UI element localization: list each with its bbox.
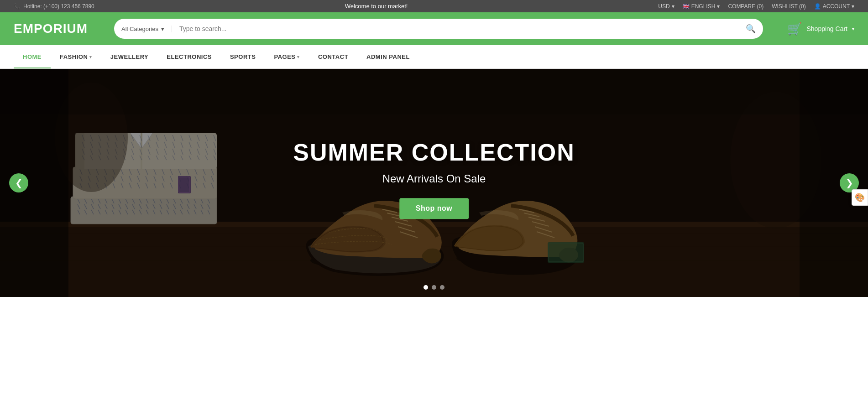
account-label: ACCOUNT: [823, 3, 850, 10]
cart-label: Shopping Cart: [806, 25, 847, 32]
slider-prev-button[interactable]: ❮: [9, 173, 28, 192]
language-arrow: ▾: [717, 3, 720, 10]
top-bar: 📞 Hotline: (+100) 123 456 7890 Welcome t…: [0, 0, 868, 12]
fashion-arrow: ▾: [89, 55, 92, 59]
palette-icon: 🎨: [855, 192, 865, 203]
nav-admin[interactable]: ADMIN PANEL: [357, 45, 419, 68]
hero-content: SUMMER COLLECTION New Arrivals On Sale S…: [293, 139, 575, 219]
search-icon: 🔍: [746, 24, 756, 33]
hero-slider: SUMMER COLLECTION New Arrivals On Sale S…: [0, 69, 868, 297]
compare-link[interactable]: COMPARE (0): [728, 3, 763, 10]
hero-subtitle: New Arrivals On Sale: [293, 172, 575, 185]
nav-contact[interactable]: CONTACT: [309, 45, 357, 68]
account-icon: 👤: [814, 3, 821, 10]
logo[interactable]: EMPORIUM: [14, 21, 105, 36]
color-picker-icon[interactable]: 🎨: [852, 189, 868, 206]
nav-bar: HOME FASHION ▾ JEWELLERY ELECTRONICS SPO…: [0, 45, 868, 69]
currency-selector[interactable]: USD ▾: [658, 3, 674, 10]
pages-arrow: ▾: [297, 55, 300, 59]
language-selector[interactable]: 🇬🇧 ENGLISH ▾: [683, 3, 720, 10]
cart-area[interactable]: 🛒 Shopping Cart ▾: [772, 22, 854, 36]
cart-arrow: ▾: [852, 26, 854, 31]
welcome-text: Welcome to our market!: [345, 3, 408, 10]
nav-home[interactable]: HOME: [14, 45, 51, 68]
header: EMPORIUM All Categories ▾ 🔍 🛒 Shopping C…: [0, 12, 868, 45]
language-label: ENGLISH: [691, 3, 716, 10]
cart-icon: 🛒: [787, 22, 802, 36]
flag-icon: 🇬🇧: [683, 3, 690, 10]
slide-dot-2[interactable]: [432, 285, 436, 290]
search-button[interactable]: 🔍: [738, 24, 763, 34]
slide-dot-1[interactable]: [424, 285, 428, 290]
slider-dots: [424, 285, 444, 290]
category-arrow: ▾: [161, 26, 164, 32]
hero-title: SUMMER COLLECTION: [293, 139, 575, 166]
nav-fashion[interactable]: FASHION ▾: [51, 45, 101, 68]
account-menu[interactable]: 👤 ACCOUNT ▾: [814, 3, 854, 10]
phone-icon: 📞: [14, 3, 21, 10]
hotline-text: Hotline: (+100) 123 456 7890: [23, 3, 94, 10]
search-bar: All Categories ▾ 🔍: [114, 19, 763, 39]
nav-sports[interactable]: SPORTS: [221, 45, 265, 68]
nav-electronics[interactable]: ELECTRONICS: [157, 45, 221, 68]
nav-pages[interactable]: PAGES ▾: [265, 45, 309, 68]
top-bar-actions: USD ▾ 🇬🇧 ENGLISH ▾ COMPARE (0) WISHLIST …: [658, 3, 854, 10]
currency-arrow: ▾: [672, 3, 675, 10]
wishlist-link[interactable]: WISHLIST (0): [772, 3, 805, 10]
slide-dot-3[interactable]: [440, 285, 444, 290]
nav-jewellery[interactable]: JEWELLERY: [101, 45, 157, 68]
search-input[interactable]: [172, 25, 738, 32]
category-dropdown[interactable]: All Categories ▾: [114, 26, 172, 32]
category-label: All Categories: [121, 26, 158, 32]
hotline-area: 📞 Hotline: (+100) 123 456 7890: [14, 3, 94, 10]
account-arrow: ▾: [852, 3, 854, 10]
shop-now-button[interactable]: Shop now: [399, 198, 469, 219]
